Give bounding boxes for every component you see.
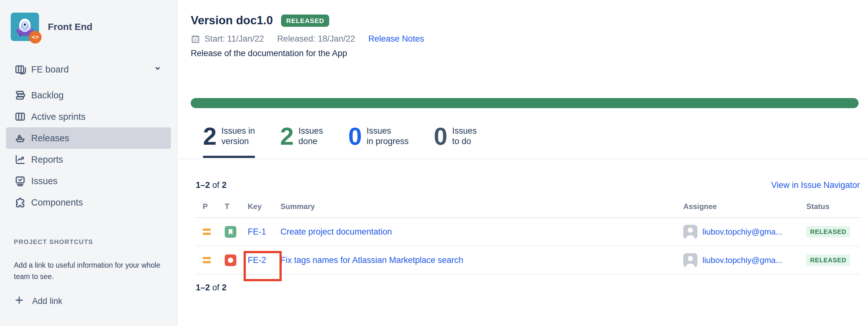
backlog-icon <box>14 89 26 102</box>
issue-summary-link[interactable]: Fix tags names for Atlassian Marketplace… <box>280 255 463 265</box>
sidebar-item-label: Releases <box>31 133 69 143</box>
version-header: Version doc1.0 RELEASED Start: 11/Jan/22… <box>178 0 868 58</box>
calendar-icon <box>191 34 200 44</box>
puzzle-icon <box>14 196 26 209</box>
main-content: Version doc1.0 RELEASED Start: 11/Jan/22… <box>178 0 868 326</box>
results-count-top: 1–2 of 2 <box>196 180 226 190</box>
table-row-fe-2[interactable]: FE-2 Fix tags names for Atlassian Market… <box>196 246 860 275</box>
ship-icon <box>14 132 26 144</box>
sidebar-item-label: Reports <box>31 155 63 165</box>
release-notes-link[interactable]: Release Notes <box>368 34 424 44</box>
sidebar-item-label: Issues <box>31 176 58 186</box>
sidebar-item-components[interactable]: Components <box>6 192 171 213</box>
project-header[interactable]: <> Front End <box>11 12 177 41</box>
status-badge: RELEASED <box>806 226 850 237</box>
add-link-label: Add link <box>32 296 62 306</box>
project-shortcuts-description: Add a link to useful information for you… <box>14 260 163 282</box>
medium-priority-icon <box>203 257 211 263</box>
chart-icon <box>14 153 26 166</box>
avatar <box>683 225 698 239</box>
stat-value: 2 <box>280 125 293 148</box>
story-type-icon <box>225 226 236 238</box>
sidebar-item-label: Active sprints <box>31 112 85 122</box>
released-date: Released: 18/Jan/22 <box>277 34 355 44</box>
column-key: Key <box>248 202 280 211</box>
stat-label: Issues in <box>221 126 255 136</box>
sidebar-nav: FE board Backlog Active sprints <box>0 59 177 213</box>
sidebar-item-reports[interactable]: Reports <box>6 149 171 170</box>
stat-label: Issues <box>452 126 477 136</box>
sidebar-item-backlog[interactable]: Backlog <box>6 84 171 106</box>
issue-stats: 2 Issues in version 2 Issues done 0 Issu… <box>203 125 868 149</box>
issue-key-link[interactable]: FE-1 <box>248 227 266 237</box>
project-name: Front End <box>48 22 93 32</box>
issues-section: 1–2 of 2 View in Issue Navigator P T Key… <box>178 159 868 293</box>
column-priority: P <box>203 202 225 211</box>
stat-issues-done[interactable]: 2 Issues done <box>280 125 323 149</box>
sidebar: <> Front End FE board <box>0 0 178 326</box>
sidebar-item-label: Components <box>31 197 83 208</box>
column-type: T <box>225 202 248 211</box>
stat-value: 0 <box>348 125 362 148</box>
table-row-fe-1[interactable]: FE-1 Create project documentation liubov… <box>196 218 860 246</box>
issue-key-link[interactable]: FE-2 <box>248 255 266 265</box>
code-icon: <> <box>29 31 41 44</box>
sidebar-item-fe-board[interactable]: FE board <box>6 59 171 80</box>
sidebar-item-active-sprints[interactable]: Active sprints <box>6 106 171 127</box>
released-status-badge: RELEASED <box>281 15 329 27</box>
stat-issues-to-do[interactable]: 0 Issues to do <box>434 125 476 149</box>
results-count-bottom: 1–2 of 2 <box>196 283 860 293</box>
stat-issues-in-progress[interactable]: 0 Issues in progress <box>348 125 408 149</box>
issue-summary-link[interactable]: Create project documentation <box>280 227 392 237</box>
project-avatar: <> <box>11 12 39 41</box>
stat-value: 2 <box>203 125 217 148</box>
column-status: Status <box>806 202 860 211</box>
assignee-link[interactable]: liubov.topchiy@gma... <box>703 227 782 237</box>
project-shortcuts-heading: PROJECT SHORTCUTS <box>14 238 177 246</box>
release-progress-bar <box>191 98 859 108</box>
view-in-issue-navigator-link[interactable]: View in Issue Navigator <box>771 180 860 190</box>
add-link-button[interactable]: Add link <box>14 295 177 308</box>
issues-table-header: P T Key Summary Assignee Status <box>196 202 860 218</box>
stat-label: Issues <box>298 126 323 136</box>
medium-priority-icon <box>203 228 211 235</box>
sidebar-item-issues[interactable]: Issues <box>6 170 171 192</box>
plus-icon <box>14 295 25 308</box>
status-badge: RELEASED <box>806 254 850 266</box>
stat-value: 0 <box>434 125 447 148</box>
sidebar-item-releases[interactable]: Releases <box>6 127 171 149</box>
stat-label: Issues <box>367 126 391 136</box>
column-assignee: Assignee <box>683 202 806 211</box>
assignee-link[interactable]: liubov.topchiy@gma... <box>703 255 782 265</box>
board-icon <box>14 63 26 76</box>
sidebar-item-label: Backlog <box>31 90 64 101</box>
avatar <box>683 253 698 267</box>
issues-icon <box>14 175 26 187</box>
start-date: Start: 11/Jan/22 <box>205 34 264 44</box>
bug-type-icon <box>225 254 236 266</box>
chevron-down-icon[interactable] <box>152 63 163 76</box>
sprints-icon <box>14 110 26 123</box>
page-title: Version doc1.0 <box>191 14 273 27</box>
sidebar-item-label: FE board <box>31 64 69 75</box>
stat-issues-in-version[interactable]: 2 Issues in version <box>203 125 255 149</box>
version-description: Release of the documentation for the App <box>191 49 859 58</box>
column-summary: Summary <box>280 202 683 211</box>
